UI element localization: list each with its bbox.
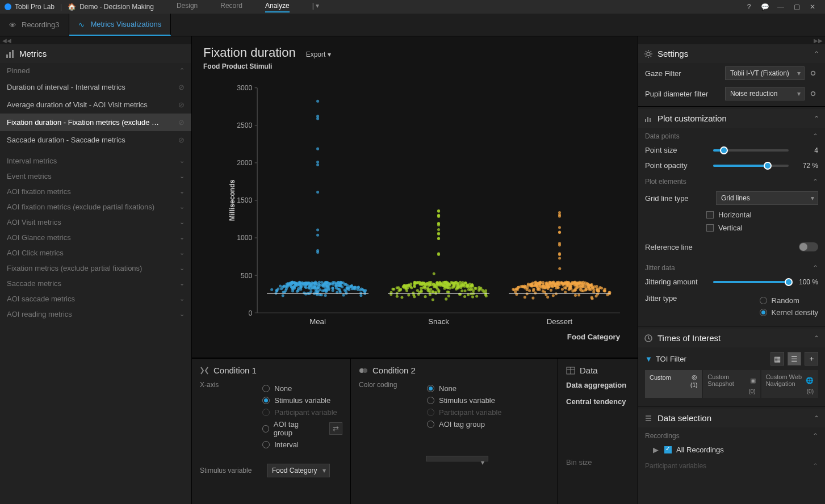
toi-grid-view[interactable]: ▦ — [770, 352, 784, 366]
all-recordings-row[interactable]: ▶ All Recordings — [638, 442, 825, 457]
grid-vertical-checkbox[interactable]: Vertical — [638, 221, 825, 234]
gear-icon — [644, 49, 653, 58]
toi-list-view[interactable]: ☰ — [788, 352, 801, 366]
svg-point-30 — [342, 293, 345, 296]
swap-button[interactable]: ⇄ — [329, 422, 342, 435]
window-minimize[interactable]: — — [773, 3, 789, 11]
color-coding-icon — [359, 366, 368, 375]
metrics-panel-header: Metrics — [0, 44, 191, 63]
pinned-metric-item[interactable]: Saccade duration - Saccade metrics⊘ — [0, 131, 191, 149]
metric-group[interactable]: AOI fixation metrics⌄ — [0, 184, 191, 199]
help-icon[interactable]: ? — [741, 3, 757, 11]
tab-recording[interactable]: 👁 Recording3 — [0, 14, 69, 36]
data-selection-header[interactable]: Data selection ⌃ — [638, 409, 825, 427]
svg-point-463 — [433, 272, 435, 275]
svg-point-676 — [512, 288, 514, 291]
jitter-amount-slider[interactable]: Jittering amount 100 % — [638, 274, 825, 289]
group-label: Saccade metrics — [7, 279, 61, 288]
chevron-down-icon: ⌄ — [179, 310, 185, 318]
title-bar: Tobii Pro Lab | 🏠 Demo - Decision Making… — [0, 0, 825, 14]
condition-2-column: Condition 2 Color coding NoneStimulus va… — [351, 359, 558, 504]
tab-metrics-viz[interactable]: ∿ Metrics Visualizations — [69, 14, 171, 36]
pinned-group[interactable]: Pinned ⌃ — [0, 63, 191, 78]
metrics-panel-title: Metrics — [19, 49, 47, 58]
mode-dropdown[interactable]: | ▾ — [312, 2, 319, 12]
metric-group[interactable]: Event metrics⌄ — [0, 169, 191, 184]
svg-point-510 — [428, 289, 430, 292]
toi-pill[interactable]: Custom◎(1) — [645, 370, 702, 398]
unpin-icon[interactable]: ⊘ — [178, 118, 185, 127]
svg-point-257 — [320, 293, 323, 296]
condition-option[interactable]: Stimulus variable — [262, 396, 342, 405]
condition-option[interactable]: None — [262, 384, 342, 393]
metric-group[interactable]: AOI saccade metrics⌄ — [0, 291, 191, 306]
metric-group[interactable]: Interval metrics⌄ — [0, 153, 191, 169]
metric-group[interactable]: AOI Click metrics⌄ — [0, 245, 191, 261]
gaze-filter-settings-icon[interactable] — [808, 68, 818, 78]
jitter-kernel-radio[interactable]: Kernel density — [760, 308, 818, 317]
unpin-icon[interactable]: ⊘ — [178, 100, 185, 109]
metric-group[interactable]: Fixation metrics (exclude partial fixati… — [0, 261, 191, 276]
svg-point-238 — [357, 288, 359, 291]
color-variable-select[interactable] — [426, 456, 488, 461]
svg-point-518 — [457, 282, 459, 285]
jitter-random-radio[interactable]: Random — [760, 296, 818, 305]
toi-pill[interactable]: Custom Snapshot▣(0) — [703, 370, 760, 398]
pupil-filter-settings-icon[interactable] — [808, 89, 818, 99]
pupil-filter-select[interactable]: Noise reduction — [725, 87, 805, 100]
point-size-slider[interactable]: Point size 4 — [638, 142, 825, 158]
home-icon[interactable]: 🏠 — [68, 3, 76, 11]
feedback-icon[interactable]: 💬 — [757, 3, 773, 11]
plot-custom-header[interactable]: Plot customization ⌃ — [638, 109, 825, 128]
unpin-icon[interactable]: ⊘ — [178, 83, 185, 91]
svg-point-732 — [557, 281, 560, 284]
all-recordings-checkbox[interactable] — [664, 446, 672, 453]
grid-line-type-select[interactable]: Grid lines — [716, 191, 818, 205]
condition-option[interactable]: AOI tag group⇄ — [262, 420, 342, 437]
pinned-metric-item[interactable]: Duration of interval - Interval metrics⊘ — [0, 78, 191, 96]
mode-record[interactable]: Record — [220, 2, 242, 12]
export-button[interactable]: Export ▾ — [306, 51, 331, 58]
svg-point-761 — [538, 286, 541, 289]
chevron-up-icon: ⌃ — [814, 334, 819, 342]
mode-analyze[interactable]: Analyze — [265, 2, 290, 12]
grid-horizontal-checkbox[interactable]: Horizontal — [638, 208, 825, 221]
collapse-right-icon[interactable]: ▶▶ — [638, 36, 825, 44]
stimulus-variable-select[interactable]: Food Category — [267, 464, 330, 477]
radio-icon — [262, 385, 270, 392]
metric-group[interactable]: Saccade metrics⌄ — [0, 276, 191, 291]
condition-option[interactable]: Interval — [262, 440, 342, 449]
metric-group[interactable]: AOI reading metrics⌄ — [0, 306, 191, 322]
metric-group[interactable]: AOI Glance metrics⌄ — [0, 230, 191, 245]
metric-label: Average duration of Visit - AOI Visit me… — [7, 100, 148, 109]
unpin-icon[interactable]: ⊘ — [178, 136, 185, 144]
mode-design[interactable]: Design — [177, 2, 198, 12]
pinned-metric-item[interactable]: Fixation duration - Fixation metrics (ex… — [0, 114, 191, 131]
condition-option[interactable]: None — [427, 384, 502, 393]
toi-pill[interactable]: Custom Web Navigation🌐(0) — [761, 370, 818, 398]
chevron-down-icon: ⌄ — [179, 280, 185, 287]
gaze-filter-select[interactable]: Tobii I-VT (Fixation) — [725, 66, 805, 80]
svg-point-24 — [316, 148, 319, 150]
svg-point-255 — [296, 282, 299, 284]
metric-group[interactable]: AOI fixation metrics (exclude partial fi… — [0, 199, 191, 215]
chevron-down-icon: ⌄ — [179, 219, 185, 226]
collapse-left-icon[interactable]: ◀◀ — [0, 36, 191, 44]
svg-point-479 — [413, 285, 416, 288]
toi-add-button[interactable]: ＋ — [805, 352, 818, 366]
svg-point-155 — [282, 294, 284, 297]
pinned-metric-item[interactable]: Average duration of Visit - AOI Visit me… — [0, 96, 191, 114]
toi-header[interactable]: Times of Interest ⌃ — [638, 329, 825, 347]
axis-x-icon — [200, 366, 209, 375]
settings-header[interactable]: Settings ⌃ — [638, 44, 825, 63]
point-opacity-slider[interactable]: Point opacity 72 % — [638, 158, 825, 173]
metric-group[interactable]: AOI Visit metrics⌄ — [0, 215, 191, 230]
window-close[interactable]: ✕ — [805, 3, 820, 11]
condition-option[interactable]: Stimulus variable — [427, 396, 502, 405]
svg-point-509 — [416, 281, 418, 284]
window-maximize[interactable]: ▢ — [789, 3, 805, 11]
condition-option[interactable]: AOI tag group — [427, 420, 502, 429]
svg-rect-0 — [6, 54, 8, 58]
reference-line-toggle[interactable] — [799, 242, 818, 251]
radio-icon — [262, 397, 270, 404]
